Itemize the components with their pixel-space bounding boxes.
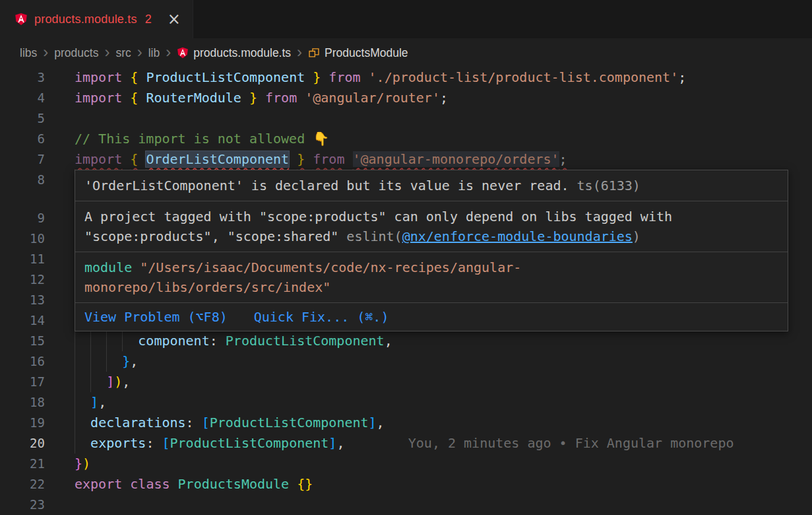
line-number: 8: [0, 170, 45, 190]
code-token: }: [75, 456, 82, 471]
code-line-15[interactable]: 15 component: ProductListComponent,: [0, 331, 812, 351]
code-token: :: [146, 435, 162, 451]
code-token: [75, 353, 122, 369]
breadcrumb-item-products[interactable]: products: [54, 46, 98, 60]
quick-fix-action[interactable]: Quick Fix... (⌘.): [254, 307, 389, 327]
line-number: 11: [0, 249, 45, 269]
diagnostic-eslint-line1: A project tagged with "scope:products" c…: [84, 207, 778, 226]
code-token: ;: [678, 69, 686, 85]
code-line-17[interactable]: 17 ]),: [0, 372, 812, 392]
code-token: [361, 69, 369, 85]
code-token: from: [328, 69, 360, 85]
code-line-20[interactable]: 20 exports: [ProductListComponent],You, …: [0, 433, 812, 454]
code-line-21[interactable]: 21}): [0, 454, 812, 474]
line-number: 5: [0, 108, 45, 129]
angular-icon: [177, 47, 189, 59]
code-token: ,: [377, 415, 385, 430]
breadcrumb-item-file[interactable]: products.module.ts: [177, 46, 291, 60]
eslint-rule-link[interactable]: @nx/enforce-module-boundaries: [402, 228, 633, 244]
breadcrumb: libs › products › src › lib › products.m…: [0, 38, 812, 67]
code-line-7[interactable]: 7import { OrderListComponent } from '@an…: [0, 149, 812, 170]
code-token: }: [313, 69, 321, 85]
code-token: ): [82, 456, 90, 471]
code-token: ]: [328, 435, 336, 451]
code-line-22[interactable]: 22export class ProductsModule {}: [0, 474, 812, 495]
code-line-6[interactable]: 6// This import is not allowed 👇: [0, 129, 812, 149]
code-token: [75, 394, 90, 410]
code-token: {: [130, 69, 138, 85]
code-token: import: [75, 90, 122, 106]
breadcrumb-item-lib[interactable]: lib: [148, 46, 160, 60]
line-content: },: [75, 351, 138, 372]
line-content: declarations: [ProductListComponent],: [75, 413, 385, 433]
close-icon[interactable]: ×: [168, 11, 181, 27]
code-token: [170, 476, 178, 492]
editor[interactable]: 3import { ProductListComponent } from '.…: [0, 67, 812, 515]
code-token: '@angular/router': [305, 90, 440, 106]
code-token: }: [122, 353, 130, 369]
code-token: [305, 151, 313, 167]
code-line-19[interactable]: 19 declarations: [ProductListComponent],: [0, 413, 812, 433]
line-number: 21: [0, 454, 45, 474]
line-number: 7: [0, 149, 45, 170]
indent-guide: [75, 392, 75, 413]
chevron-right-icon: ›: [166, 44, 171, 62]
line-number: 14: [0, 310, 45, 331]
line-number: 16: [0, 351, 45, 372]
code-token: [344, 151, 352, 167]
code-token: [305, 69, 313, 85]
chevron-right-icon: ›: [104, 44, 109, 62]
class-symbol-icon: [308, 47, 320, 59]
view-problem-action[interactable]: View Problem (⌥F8): [84, 307, 228, 327]
indent-guide: [75, 433, 75, 454]
line-content: import { OrderListComponent } from '@ang…: [75, 149, 567, 170]
line-number: 17: [0, 372, 45, 392]
code-token: ,: [98, 394, 106, 410]
code-token: [257, 90, 265, 106]
code-line-18[interactable]: 18 ],: [0, 392, 812, 413]
code-line-23[interactable]: 23: [0, 495, 812, 515]
code-token: // This import is not allowed: [75, 131, 313, 147]
module-info-line2: monorepo/libs/orders/src/index": [84, 277, 778, 297]
code-token: ProductsModule: [178, 476, 290, 492]
line-content: // This import is not allowed 👇: [75, 129, 329, 149]
breadcrumb-item-libs[interactable]: libs: [20, 46, 37, 60]
line-number: 20: [0, 433, 45, 454]
code-line-5[interactable]: 5: [0, 108, 812, 129]
indent-guide: [90, 351, 91, 372]
line-content: }): [75, 454, 90, 474]
breadcrumb-item-src[interactable]: src: [115, 46, 131, 60]
diagnostic-ts-message: 'OrderListComponent' is declared but its…: [84, 178, 569, 193]
line-number: 15: [0, 331, 45, 351]
code-token: {}: [297, 476, 313, 492]
line-content: component: ProductListComponent,: [75, 331, 392, 351]
tab-products-module[interactable]: products.module.ts 2 ×: [0, 0, 193, 38]
code-token: [241, 90, 249, 106]
code-token: ): [114, 374, 122, 390]
line-content: ]),: [75, 372, 130, 392]
code-token: [138, 151, 146, 167]
code-token: [138, 69, 146, 85]
code-token: '@angular-monorepo/orders': [353, 151, 559, 167]
code-token: OrderListComponent: [146, 151, 289, 167]
code-line-4[interactable]: 4import { RouterModule } from '@angular/…: [0, 88, 812, 108]
diagnostic-eslint-line2: "scope:products", "scope:shared" eslint(…: [84, 226, 778, 246]
code-token: [122, 90, 130, 106]
code-token: ;: [440, 90, 448, 106]
code-line-16[interactable]: 16 },: [0, 351, 812, 372]
code-token: ,: [130, 353, 138, 369]
chevron-right-icon: ›: [137, 44, 142, 62]
line-number: 19: [0, 413, 45, 433]
angular-icon: [15, 13, 28, 26]
indent-guide: [106, 331, 107, 351]
code-token: exports: [90, 435, 146, 451]
code-token: [289, 476, 297, 492]
indent-guide: [122, 331, 123, 351]
code-line-3[interactable]: 3import { ProductListComponent } from '.…: [0, 67, 812, 88]
code-token: [: [162, 435, 170, 451]
diagnostic-ts-source: ts(6133): [569, 178, 640, 193]
indent-guide: [75, 351, 75, 372]
code-token: [: [202, 415, 210, 430]
breadcrumb-item-symbol[interactable]: ProductsModule: [308, 46, 408, 60]
tab-bar: products.module.ts 2 ×: [0, 0, 812, 38]
